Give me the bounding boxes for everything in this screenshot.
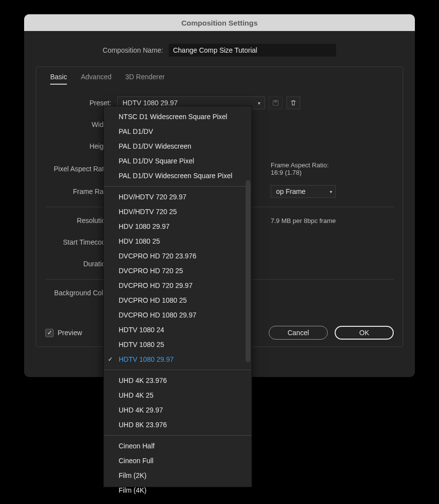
tabs: Basic Advanced 3D Renderer [45, 67, 394, 90]
preset-option[interactable]: UHD 4K 29.97 [104, 403, 251, 417]
preset-option-label: HDTV 1080 25 [119, 341, 164, 348]
preset-option[interactable]: DVCPRO HD 720 23.976 [104, 249, 251, 263]
frame-aspect-value: 16:9 (1.78) [271, 169, 329, 176]
preset-option-label: UHD 8K 23.976 [119, 421, 167, 429]
preset-option-label: DVCPRO HD 720 25 [119, 267, 183, 275]
preset-option-label: Film (4K) [119, 486, 147, 494]
preset-option-label: DVCPRO HD 1080 25 [119, 296, 187, 304]
preset-dropdown-menu[interactable]: NTSC D1 Widescreen Square PixelPAL D1/DV… [103, 106, 252, 487]
preset-option[interactable]: DVCPRO HD 720 29.97 [104, 278, 251, 293]
preset-option[interactable]: Cineon Full [104, 453, 251, 468]
preset-option-label: HDV/HDTV 720 29.97 [119, 193, 187, 201]
preset-option[interactable]: HDV/HDTV 720 25 [104, 204, 251, 219]
frame-aspect-label: Frame Aspect Ratio: [271, 161, 329, 169]
tab-3d-renderer[interactable]: 3D Renderer [125, 73, 165, 85]
preset-option[interactable]: PAL D1/DV Widescreen [104, 139, 251, 154]
composition-name-input[interactable] [169, 44, 336, 57]
drop-frame-value: op Frame [276, 188, 306, 195]
preset-option[interactable]: Cineon Half [104, 439, 251, 453]
cancel-button[interactable]: Cancel [269, 326, 328, 340]
footer-buttons: Cancel OK [269, 326, 394, 340]
preset-option-label: HDTV 1080 29.97 [119, 355, 174, 363]
dialog-titlebar: Composition Settings [24, 14, 415, 31]
preset-option[interactable]: UHD 4K 25 [104, 388, 251, 403]
preset-option-label: DVCPRO HD 1080 29.97 [119, 311, 196, 319]
preset-option[interactable]: PAL D1/DV [104, 124, 251, 139]
preset-option[interactable]: HDV 1080 29.97 [104, 219, 251, 234]
preset-option[interactable]: PAL D1/DV Square Pixel [104, 154, 251, 168]
save-preset-icon [272, 99, 279, 106]
preset-option[interactable]: UHD 8K 23.976 [104, 417, 251, 432]
delete-preset-button[interactable] [286, 96, 300, 109]
dialog-title: Composition Settings [182, 19, 258, 27]
preset-option-label: PAL D1/DV Square Pixel [119, 157, 194, 165]
tab-basic[interactable]: Basic [50, 73, 67, 85]
preset-option-label: Cineon Full [119, 457, 154, 465]
preset-option[interactable]: ✓HDTV 1080 29.97 [104, 352, 251, 367]
chevron-down-icon: ▾ [258, 100, 260, 106]
preset-option-label: PAL D1/DV Widescreen [119, 142, 191, 150]
check-icon: ✓ [108, 356, 113, 363]
preset-option-label: Cineon Half [119, 442, 155, 450]
preset-option-label: HDTV 1080 24 [119, 326, 164, 334]
trash-icon [290, 99, 297, 106]
resolution-info: 7.9 MB per 8bpc frame [271, 217, 336, 224]
preset-option[interactable]: DVCPRO HD 720 25 [104, 263, 251, 278]
preset-option-label: UHD 4K 25 [119, 391, 154, 399]
preset-option-label: HDV 1080 29.97 [119, 222, 170, 230]
preset-option-label: DVCPRO HD 720 23.976 [119, 252, 196, 260]
preset-option[interactable]: HDV 1080 25 [104, 234, 251, 249]
preset-option-label: NTSC D1 Widescreen Square Pixel [119, 113, 227, 121]
preset-option[interactable]: UHD 4K 23.976 [104, 373, 251, 388]
preview-checkbox-wrap[interactable]: ✓ Preview [45, 329, 82, 337]
preset-option[interactable]: NTSC D1 Widescreen Square Pixel [104, 109, 251, 124]
preset-option-label: UHD 4K 29.97 [119, 406, 163, 414]
preset-option[interactable]: DVCPRO HD 1080 25 [104, 293, 251, 308]
preset-option-label: PAL D1/DV Widescreen Square Pixel [119, 172, 232, 180]
composition-name-row: Composition Name: [36, 44, 403, 57]
composition-name-label: Composition Name: [103, 46, 163, 54]
preset-option[interactable]: DVCPRO HD 1080 29.97 [104, 308, 251, 322]
frame-aspect-block: Frame Aspect Ratio: 16:9 (1.78) [271, 161, 329, 176]
preset-option-label: HDV 1080 25 [119, 237, 160, 245]
chevron-down-icon: ▾ [330, 189, 332, 194]
preset-option-label: DVCPRO HD 720 29.97 [119, 282, 192, 289]
drop-frame-select[interactable]: op Frame ▾ [271, 185, 336, 198]
tab-advanced[interactable]: Advanced [81, 73, 111, 85]
preset-option-label: PAL D1/DV [119, 127, 153, 135]
preview-checkbox[interactable]: ✓ [45, 329, 54, 337]
preset-option-label: UHD 4K 23.976 [119, 377, 167, 384]
preset-option[interactable]: Film (4K) [104, 483, 251, 498]
preset-option[interactable]: HDTV 1080 25 [104, 337, 251, 352]
save-preset-button[interactable] [269, 96, 282, 109]
preset-option[interactable]: HDV/HDTV 720 29.97 [104, 189, 251, 204]
ok-button[interactable]: OK [335, 326, 394, 340]
preset-option[interactable]: HDTV 1080 24 [104, 322, 251, 337]
preset-option[interactable]: Film (2K) [104, 468, 251, 483]
svg-rect-1 [274, 100, 277, 102]
preview-label: Preview [58, 329, 82, 337]
preset-option-label: Film (2K) [119, 472, 147, 479]
preset-option-label: HDV/HDTV 720 25 [119, 208, 177, 216]
preset-option[interactable]: PAL D1/DV Widescreen Square Pixel [104, 168, 251, 183]
